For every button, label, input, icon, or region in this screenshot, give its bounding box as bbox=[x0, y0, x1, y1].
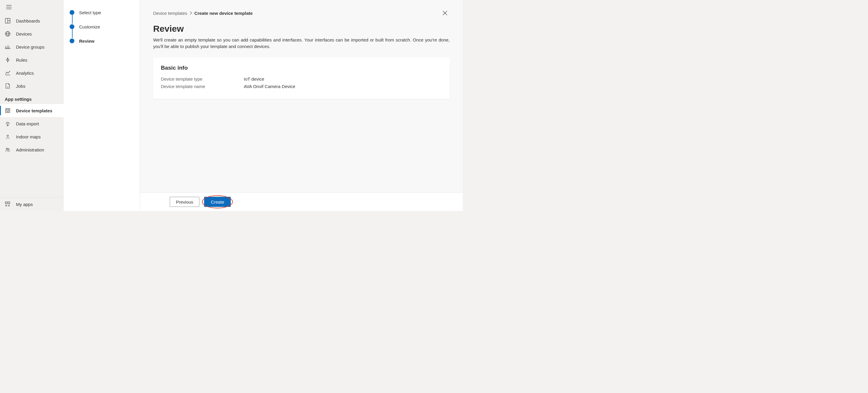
stepper: Select type Customize Review bbox=[70, 5, 134, 48]
sidebar: Dashboards Devices Device groups bbox=[0, 0, 64, 211]
step-label: Review bbox=[79, 38, 94, 43]
wizard-footer: Previous Create bbox=[140, 192, 463, 211]
info-value: IoT device bbox=[244, 77, 264, 82]
sidebar-item-analytics[interactable]: Analytics bbox=[0, 66, 64, 80]
sidebar-item-label: Jobs bbox=[16, 84, 26, 89]
sidebar-item-indoor-maps[interactable]: Indoor maps bbox=[0, 130, 64, 143]
breadcrumb-parent[interactable]: Device templates bbox=[153, 11, 187, 16]
svg-point-21 bbox=[8, 149, 9, 150]
sidebar-item-dashboards[interactable]: Dashboards bbox=[0, 14, 64, 27]
nav-settings: Device templates Data export Indoor maps bbox=[0, 104, 64, 156]
step-dot-icon bbox=[70, 24, 74, 29]
svg-rect-15 bbox=[6, 109, 10, 113]
main-content: Device templates Create new device templ… bbox=[140, 0, 463, 192]
sidebar-item-label: Devices bbox=[16, 31, 32, 36]
stepper-panel: Select type Customize Review bbox=[64, 0, 140, 211]
svg-point-19 bbox=[7, 135, 8, 137]
info-row: Device template type IoT device bbox=[161, 77, 442, 82]
sidebar-item-rules[interactable]: Rules bbox=[0, 53, 64, 66]
create-button[interactable]: Create bbox=[204, 197, 231, 207]
device-templates-icon bbox=[5, 108, 11, 114]
hamburger-icon bbox=[6, 5, 11, 9]
nav-primary: Dashboards Devices Device groups bbox=[0, 14, 64, 92]
breadcrumb: Device templates Create new device templ… bbox=[153, 11, 253, 16]
indoor-maps-icon bbox=[5, 134, 11, 140]
step-select-type[interactable]: Select type bbox=[70, 5, 134, 20]
sidebar-item-devices[interactable]: Devices bbox=[0, 27, 64, 40]
dashboard-icon bbox=[5, 18, 11, 24]
administration-icon bbox=[5, 147, 11, 153]
sidebar-item-label: Data export bbox=[16, 121, 39, 126]
step-customize[interactable]: Customize bbox=[70, 20, 134, 34]
sidebar-item-label: Device groups bbox=[16, 44, 44, 50]
breadcrumb-current: Create new device template bbox=[194, 11, 253, 16]
previous-button[interactable]: Previous bbox=[170, 197, 199, 207]
svg-point-20 bbox=[6, 148, 8, 150]
sidebar-item-my-apps[interactable]: My apps bbox=[0, 198, 64, 211]
sidebar-item-label: Device templates bbox=[16, 108, 53, 113]
hamburger-button[interactable] bbox=[2, 0, 16, 14]
sidebar-item-label: Administration bbox=[16, 147, 44, 152]
devices-icon bbox=[5, 31, 11, 37]
page-title: Review bbox=[153, 24, 450, 34]
chevron-right-icon bbox=[190, 11, 192, 15]
page-description: We'll create an empty template so you ca… bbox=[153, 37, 450, 50]
close-icon bbox=[442, 11, 447, 16]
step-review[interactable]: Review bbox=[70, 34, 134, 48]
sidebar-item-label: My apps bbox=[16, 202, 33, 207]
nav-section-title: App settings bbox=[0, 92, 64, 104]
step-label: Select type bbox=[79, 10, 101, 15]
jobs-icon bbox=[5, 83, 11, 89]
info-row: Device template name AVA Onvif Camera De… bbox=[161, 84, 442, 89]
sidebar-item-label: Analytics bbox=[16, 70, 34, 75]
sidebar-item-device-templates[interactable]: Device templates bbox=[0, 104, 64, 117]
card-title: Basic info bbox=[161, 65, 442, 71]
data-export-icon bbox=[5, 121, 11, 126]
device-groups-icon bbox=[5, 44, 11, 50]
analytics-icon bbox=[5, 70, 11, 76]
rules-icon bbox=[5, 57, 11, 63]
sidebar-item-jobs[interactable]: Jobs bbox=[0, 80, 64, 92]
info-label: Device template type bbox=[161, 77, 244, 82]
sidebar-item-label: Indoor maps bbox=[16, 134, 40, 139]
info-value: AVA Onvif Camera Device bbox=[244, 84, 296, 89]
step-label: Customize bbox=[79, 24, 100, 29]
close-button[interactable] bbox=[440, 8, 450, 18]
svg-rect-16 bbox=[6, 109, 9, 111]
sidebar-item-label: Rules bbox=[16, 58, 27, 63]
create-button-label: Create bbox=[211, 200, 224, 205]
svg-rect-23 bbox=[8, 202, 10, 204]
sidebar-item-device-groups[interactable]: Device groups bbox=[0, 40, 64, 53]
sidebar-item-label: Dashboards bbox=[16, 19, 40, 23]
my-apps-icon bbox=[5, 201, 11, 207]
info-label: Device template name bbox=[161, 84, 244, 89]
step-dot-icon bbox=[70, 38, 74, 43]
main: Device templates Create new device templ… bbox=[140, 0, 463, 211]
svg-rect-22 bbox=[5, 202, 7, 204]
sidebar-item-data-export[interactable]: Data export bbox=[0, 117, 64, 130]
basic-info-card: Basic info Device template type IoT devi… bbox=[153, 58, 450, 99]
step-dot-icon bbox=[70, 10, 74, 15]
sidebar-item-administration[interactable]: Administration bbox=[0, 143, 64, 156]
